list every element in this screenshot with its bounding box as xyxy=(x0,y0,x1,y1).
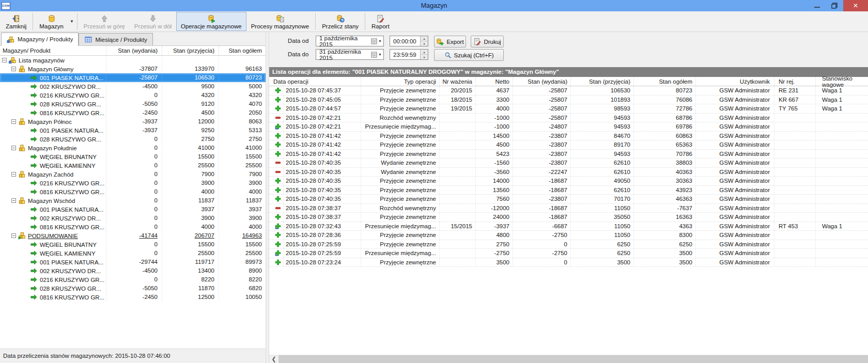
column-header-stan-ogolem[interactable]: Stan ogółem xyxy=(219,46,266,55)
tree-row[interactable]: 028 KRUSZYWO GR...-5050118706820 xyxy=(0,284,266,293)
operation-row[interactable]: 2015-10-28 07:38:37Rozchód wewnętrzny-12… xyxy=(269,204,868,213)
date-dropdown-arrow-icon[interactable]: ▼ xyxy=(378,39,382,43)
column-header-stan-przyjecia[interactable]: Stan (przyjęcia) xyxy=(162,46,219,55)
tree-row[interactable]: 0816 KRUSZYWO GR...040004000 xyxy=(0,187,266,196)
tree-row[interactable]: WĘGIEL BRUNATNY01550015500 xyxy=(0,240,266,249)
expander-collapse-icon[interactable]: – xyxy=(11,67,16,71)
tree-row[interactable]: 001 PIASEK NATURA...-2974411971789973 xyxy=(0,258,266,266)
tree-row[interactable]: 002 KRUSZYWO DR...-4500134008900 xyxy=(0,266,266,275)
export-button[interactable]: Export xyxy=(434,36,466,48)
tree-row[interactable]: 0216 KRUSZYWO GR...082208220 xyxy=(0,275,266,284)
close-button[interactable]: ✕ xyxy=(843,0,868,11)
tree-row[interactable]: 001 PIASEK NATURA...-393792505313 xyxy=(0,126,266,135)
column-header-stanowisko-wagowe[interactable]: Stanowisko wagowe xyxy=(816,77,868,86)
operations-table-header: Data operacji Typ operacji Nr ważenia Ne… xyxy=(269,77,868,86)
tree-row[interactable]: –Magazyn Główny-3780713397096163 xyxy=(0,65,266,73)
tree-row[interactable]: 001 PIASEK NATURA...039373937 xyxy=(0,205,266,214)
tree-row[interactable]: –Magazyn Zachód079007900 xyxy=(0,170,266,179)
operation-row[interactable]: 2015-10-28 07:44:57Przyjęcie zewnętrzne1… xyxy=(269,104,868,114)
tree-row[interactable]: 002 KRUSZYWO DR...039003900 xyxy=(0,214,266,223)
tree-row[interactable]: –Lista magazynów xyxy=(0,56,266,65)
toolbar-button-zamknij[interactable]: Zamknij xyxy=(1,12,31,31)
tree-row[interactable]: 0216 KRUSZYWO GR...043204320 xyxy=(0,91,266,100)
operation-row[interactable]: 2015-10-28 07:32:43Przesunięcie międzyma… xyxy=(269,222,868,231)
column-header-stan-przyjecia[interactable]: Stan (przyjęcia) xyxy=(571,77,634,86)
tab-magazyny-produkty[interactable]: Magazyny / Produkty xyxy=(1,33,79,46)
expander-collapse-icon[interactable]: – xyxy=(11,119,16,124)
tree-row[interactable]: 028 KRUSZYWO GR...027502750 xyxy=(0,135,266,144)
toolbar-button-operacje-magazynowe[interactable]: Operacje magazynowe xyxy=(176,12,246,31)
operation-row[interactable]: 2015-10-28 07:42:21Rozchód wewnętrzny-10… xyxy=(269,114,868,123)
scrollbar-thumb[interactable] xyxy=(278,355,868,363)
search-button[interactable]: Szukaj (Ctrl+F) xyxy=(434,49,504,61)
tree-row[interactable]: 0816 KRUSZYWO GR...-24501250010050 xyxy=(0,293,266,302)
column-header-uzytkownik[interactable]: Użytkownik xyxy=(696,77,774,86)
operation-row[interactable]: 2015-10-28 07:45:05Przyjęcie zewnętrzne1… xyxy=(269,96,868,105)
tree-row[interactable]: 0816 KRUSZYWO GR...040004000 xyxy=(0,223,266,231)
spinner-up-icon[interactable]: ▲ xyxy=(421,36,428,41)
operation-row[interactable]: 2015-10-28 07:41:42Przyjęcie zewnętrzne4… xyxy=(269,140,868,150)
tree-row[interactable]: 028 KRUSZYWO GR...-505091204070 xyxy=(0,100,266,108)
tree-row[interactable]: –Magazyn Wschód01183711837 xyxy=(0,196,266,205)
tree-row[interactable]: WĘGIEL KAMIENNY02550025500 xyxy=(0,249,266,258)
date-to-input[interactable]: 31 października 2015 ▼ xyxy=(316,49,384,60)
operation-row[interactable]: 2015-10-28 07:40:35Wydanie zewnętrzne-15… xyxy=(269,159,868,168)
operation-row[interactable]: 2015-10-28 07:25:59Przesunięcie międzyma… xyxy=(269,249,868,258)
tree-row[interactable]: –PODSUMOWANIE-41744206707164963 xyxy=(0,231,266,240)
column-header-data-operacji[interactable]: Data operacji xyxy=(269,77,361,86)
scroll-left-icon[interactable]: ❮ xyxy=(269,355,278,363)
operation-row[interactable]: 2015-10-28 07:41:42Przyjęcie zewnętrzne5… xyxy=(269,150,868,159)
operation-row[interactable]: 2015-10-28 07:38:37Przyjęcie zewnętrzne2… xyxy=(269,213,868,222)
expander-collapse-icon[interactable]: – xyxy=(11,198,16,203)
operation-row[interactable]: 2015-10-28 07:40:35Przyjęcie zewnętrzne1… xyxy=(269,177,868,186)
column-header-typ-operacji[interactable]: Typ operacji xyxy=(361,77,440,86)
date-dropdown-arrow-icon[interactable]: ▼ xyxy=(378,53,382,56)
expander-collapse-icon[interactable]: – xyxy=(11,146,16,150)
expander-collapse-icon[interactable]: – xyxy=(11,172,16,177)
toolbar-button-procesy-magazynowe[interactable]: Procesy magazynowe xyxy=(246,12,314,31)
toolbar-button-przelicz-stany[interactable]: Przelicz stany xyxy=(317,12,363,31)
print-button[interactable]: Drukuj xyxy=(471,36,504,48)
spinner-up-icon[interactable]: ▲ xyxy=(421,50,428,55)
operation-row[interactable]: 2015-10-28 07:45:37Przyjęcie zewnętrzne2… xyxy=(269,86,868,96)
restore-button[interactable] xyxy=(826,0,843,11)
tree-row[interactable]: 001 PIASEK NATURA...-2580710653080723 xyxy=(0,73,266,82)
tree-row[interactable]: 0216 KRUSZYWO GR...039003900 xyxy=(0,179,266,187)
toolbar-button-przesun-w-gore[interactable]: Przesuń w górę xyxy=(79,12,130,31)
column-header-stan-wydania[interactable]: Stan (wydania) xyxy=(106,46,162,55)
column-header-netto[interactable]: Netto xyxy=(476,77,513,86)
operation-row[interactable]: 2015-10-28 07:42:21Przesunięcie międzyma… xyxy=(269,122,868,132)
toolbar-button-przesun-w-dol[interactable]: Przesuń w dół xyxy=(130,12,176,31)
date-from-input[interactable]: 1 października 2015 ▼ xyxy=(316,36,384,46)
operation-row[interactable]: 2015-10-28 07:40:35Przyjęcie zewnętrzne1… xyxy=(269,186,868,195)
operation-row[interactable]: 2015-10-28 07:41:42Przyjęcie zewnętrzne1… xyxy=(269,132,868,141)
tree-row[interactable]: WĘGIEL KAMIENNY02550025500 xyxy=(0,161,266,170)
tree-row[interactable]: –Magazyn Północ-3937120008063 xyxy=(0,117,266,126)
toolbar-button-magazyn[interactable]: Magazyn xyxy=(35,12,68,31)
column-header-stan-wydania[interactable]: Stan (wydania) xyxy=(513,77,571,86)
operation-row[interactable]: 2015-10-28 07:23:24Przyjęcie zewnętrzne3… xyxy=(269,258,868,267)
column-header-nr-wazenia[interactable]: Nr ważenia xyxy=(440,77,476,86)
panel-splitter[interactable] xyxy=(266,32,269,363)
operation-row[interactable]: 2015-10-28 07:25:59Przyjęcie zewnętrzne2… xyxy=(269,240,868,249)
column-header-nr-rej[interactable]: Nr rej. xyxy=(774,77,816,86)
operation-row[interactable]: 2015-10-28 07:40:35Wydanie zewnętrzne-35… xyxy=(269,168,868,177)
expander-collapse-icon[interactable]: – xyxy=(2,58,7,62)
tab-miesiace-produkty[interactable]: Miesiące / Produkty xyxy=(79,33,152,45)
spinner-down-icon[interactable]: ▼ xyxy=(421,55,428,59)
operation-row[interactable]: 2015-10-28 07:40:35Przyjęcie zewnętrzne7… xyxy=(269,195,868,204)
toolbar-button-raport[interactable]: Raport xyxy=(367,12,394,31)
tree-row[interactable]: –Magazyn Południe04100041000 xyxy=(0,144,266,152)
tree-row[interactable]: 002 KRUSZYWO DR...-450095005000 xyxy=(0,82,266,91)
time-from-input[interactable]: 00:00:00 ▲ ▼ xyxy=(390,36,428,46)
spinner-down-icon[interactable]: ▼ xyxy=(421,41,428,46)
expander-collapse-icon[interactable]: – xyxy=(11,233,16,238)
tree-row[interactable]: WĘGIEL BRUNATNY01550015500 xyxy=(0,152,266,161)
tree-row[interactable]: 0816 KRUSZYWO GR...-245045002050 xyxy=(0,108,266,117)
minimize-button[interactable] xyxy=(808,0,826,11)
time-to-input[interactable]: 23:59:59 ▲ ▼ xyxy=(390,49,428,60)
operation-row[interactable]: 2015-10-28 07:28:36Przyjęcie zewnętrzne4… xyxy=(269,231,868,240)
magazyn-dropdown-arrow-icon[interactable]: ▼ xyxy=(68,19,75,24)
column-header-stan-ogolem[interactable]: Stan ogółem xyxy=(634,77,696,86)
column-header-magazyn-produkt[interactable]: Magazyn/ Produkt xyxy=(0,46,106,55)
